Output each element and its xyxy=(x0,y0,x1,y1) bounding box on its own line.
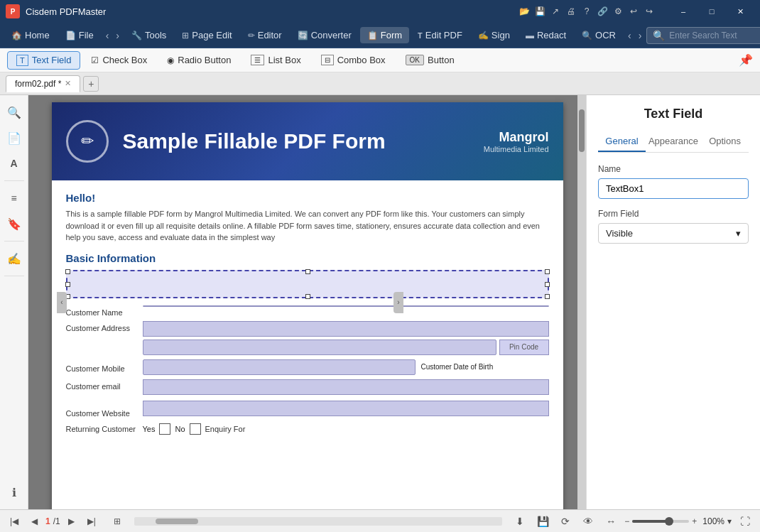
share-icon[interactable]: ↗ xyxy=(550,6,561,17)
menu-edit-pdf[interactable]: T Edit PDF xyxy=(411,27,469,43)
toolbar-pin[interactable]: 📌 xyxy=(739,53,753,67)
menu-ocr[interactable]: 🔍 OCR xyxy=(575,27,623,43)
email-field[interactable] xyxy=(143,379,549,395)
first-page-button[interactable]: |◀ xyxy=(6,513,23,530)
sidebar-search-icon[interactable]: 🔍 xyxy=(3,101,26,124)
combo-box-button[interactable]: ⊟ Combo Box xyxy=(312,51,395,69)
handle-br[interactable] xyxy=(545,294,550,299)
close-button[interactable]: ✕ xyxy=(726,0,754,23)
no-checkbox[interactable] xyxy=(190,423,201,435)
handle-tr[interactable] xyxy=(545,269,550,274)
yes-checkbox[interactable] xyxy=(159,423,170,435)
tab-options[interactable]: Options xyxy=(701,131,749,152)
sidebar-bookmark-icon[interactable]: 🔖 xyxy=(3,212,26,235)
zoom-out-icon[interactable]: − xyxy=(624,516,629,526)
collapse-right-button[interactable]: › xyxy=(393,292,403,313)
pdf-company: Mangrol Multimedia Limited xyxy=(484,130,549,153)
customer-name-field[interactable] xyxy=(143,305,549,307)
add-tab-button[interactable]: + xyxy=(83,76,99,92)
button-button[interactable]: OK Button xyxy=(396,51,464,69)
more-forward[interactable]: › xyxy=(635,27,646,44)
sidebar-separator3 xyxy=(4,276,24,276)
hscrollbar-thumb[interactable] xyxy=(156,519,198,524)
print-icon[interactable]: 🖨 xyxy=(565,6,577,17)
handle-mr[interactable] xyxy=(545,282,550,287)
sidebar-signature-icon[interactable]: ✍ xyxy=(3,247,26,270)
menu-page-edit[interactable]: ⊞ Page Edit xyxy=(175,27,239,43)
menu-file[interactable]: 📄 File xyxy=(58,27,101,43)
zoom-percent: 100% xyxy=(702,516,724,526)
selected-text-field-row xyxy=(66,270,549,298)
tab-appearance[interactable]: Appearance xyxy=(646,131,701,152)
page-indicator: 1 /1 xyxy=(45,516,60,526)
settings-icon[interactable]: ⚙ xyxy=(612,6,624,17)
redo-icon[interactable]: ↪ xyxy=(644,6,655,17)
menu-home[interactable]: 🏠 Home xyxy=(4,27,57,43)
fit-page-button[interactable]: ⊞ xyxy=(109,513,126,530)
menu-form[interactable]: 📋 Form xyxy=(360,27,409,43)
website-field[interactable] xyxy=(143,401,549,416)
link-icon[interactable]: 🔗 xyxy=(597,6,608,17)
undo-icon[interactable]: ↩ xyxy=(628,6,639,17)
menu-editor[interactable]: ✏ Editor xyxy=(241,27,289,43)
nav-forward[interactable]: › xyxy=(112,27,123,44)
menu-sign[interactable]: ✍ Sign xyxy=(471,27,517,43)
nav-arrows: ‹ › xyxy=(102,27,123,44)
fit-width-button[interactable]: ↔ xyxy=(602,512,620,531)
menu-converter[interactable]: 🔄 Converter xyxy=(291,27,359,43)
check-box-button[interactable]: ☑ Check Box xyxy=(82,51,156,69)
view-button[interactable]: 👁 xyxy=(579,512,597,531)
next-page-button[interactable]: ▶ xyxy=(63,513,80,530)
handle-tl[interactable] xyxy=(65,269,70,274)
save-button2[interactable]: 💾 xyxy=(533,512,552,531)
mobile-field[interactable] xyxy=(143,359,416,375)
address-field-2[interactable] xyxy=(143,340,496,355)
vertical-scrollbar[interactable] xyxy=(577,95,586,509)
text-field-button[interactable]: T Text Field xyxy=(7,51,80,70)
zoom-track[interactable] xyxy=(632,520,689,523)
tab-close-icon[interactable]: ✕ xyxy=(65,79,71,88)
collapse-left-button[interactable]: ‹ xyxy=(57,292,67,313)
window-controls: – □ ✕ xyxy=(669,0,754,23)
radio-button-button[interactable]: ◉ Radio Button xyxy=(158,51,240,69)
last-page-button[interactable]: ▶| xyxy=(83,513,100,530)
form-field-select[interactable]: Visible ▾ xyxy=(598,223,749,244)
menu-redact[interactable]: ▬ Redact xyxy=(519,27,573,43)
prev-page-button[interactable]: ◀ xyxy=(26,513,43,530)
form-field-label: Form Field xyxy=(598,209,749,219)
list-box-button[interactable]: ☰ List Box xyxy=(241,51,310,69)
handle-bm[interactable] xyxy=(305,294,310,299)
menu-tools[interactable]: 🔧 Tools xyxy=(124,27,173,43)
nav-back[interactable]: ‹ xyxy=(102,27,113,44)
more-back[interactable]: ‹ xyxy=(624,27,635,44)
maximize-button[interactable]: □ xyxy=(697,0,726,23)
selected-text-field[interactable] xyxy=(66,270,549,298)
fullscreen-button[interactable]: ⛶ xyxy=(736,512,754,531)
sidebar-info-icon[interactable]: ℹ xyxy=(3,481,26,504)
open-icon[interactable]: 📂 xyxy=(519,6,530,17)
address-fields: Pin Code xyxy=(143,321,549,355)
name-input[interactable] xyxy=(598,178,749,199)
zoom-dropdown-icon[interactable]: ▾ xyxy=(727,516,732,526)
zoom-thumb[interactable] xyxy=(665,517,673,526)
help-icon[interactable]: ? xyxy=(581,6,592,17)
horizontal-scrollbar[interactable] xyxy=(134,517,503,526)
rotate-button[interactable]: ⟳ xyxy=(556,512,575,531)
export-button[interactable]: ⬇ xyxy=(511,512,529,531)
search-box[interactable]: 🔍 xyxy=(646,27,760,44)
handle-ml[interactable] xyxy=(65,282,70,287)
tab-general[interactable]: General xyxy=(598,131,646,152)
handle-tm[interactable] xyxy=(305,269,310,274)
sidebar-document-icon[interactable]: 📄 xyxy=(3,126,26,149)
save-icon[interactable]: 💾 xyxy=(534,6,545,17)
address-row2: Pin Code xyxy=(143,340,549,355)
sidebar-list-icon[interactable]: ≡ xyxy=(3,187,26,210)
sidebar-text-icon[interactable]: A xyxy=(3,152,26,175)
zoom-in-icon[interactable]: + xyxy=(692,516,697,526)
minimize-button[interactable]: – xyxy=(669,0,697,23)
address-field-1[interactable] xyxy=(143,321,549,337)
scrollbar-thumb[interactable] xyxy=(579,109,585,152)
tab-form02[interactable]: form02.pdf * ✕ xyxy=(6,75,80,92)
pin-code-field[interactable]: Pin Code xyxy=(499,340,549,355)
search-input[interactable] xyxy=(669,31,760,40)
